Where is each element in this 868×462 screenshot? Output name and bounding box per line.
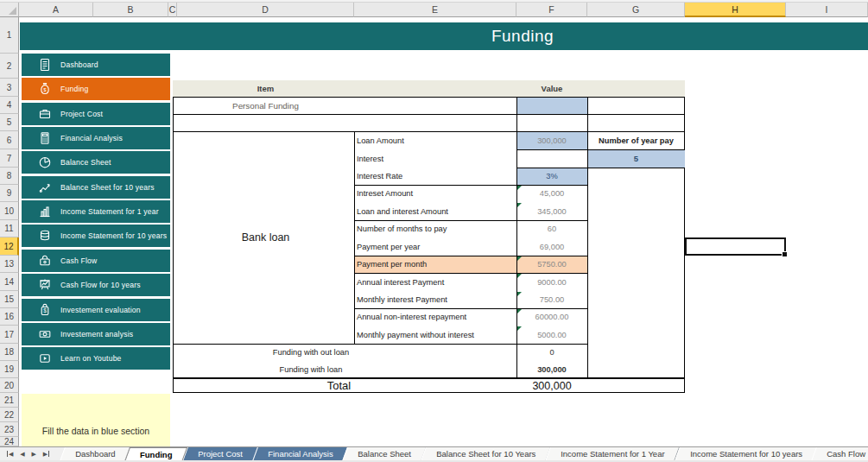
cell-payment-per-month-label[interactable]: Payment per month [357,256,514,273]
row-header-4[interactable]: 4 [0,97,19,114]
cell-total-value[interactable]: 300,000 [516,378,587,393]
cell-monthly-interest-payment-value[interactable]: 750.00 [516,291,587,308]
sidebar-item-funding[interactable]: $Funding [22,78,170,100]
cell-intreset-amount-value[interactable]: 45,000 [516,185,587,202]
row-header-5[interactable]: 5 [0,114,19,131]
cell-number-of-year-pay-label[interactable]: Number of year pay [587,131,685,149]
column-header-F[interactable]: F [516,3,587,17]
sidebar-item-investement-analysis[interactable]: Investement analysis [22,323,170,345]
cell-loan-amount-value[interactable]: 300,000 [516,131,587,149]
cell-personal-funding-label[interactable]: Personal Funding [177,97,354,114]
sheet-tab-funding[interactable]: Funding [124,447,188,460]
sidebar-item-project-cost[interactable]: Project Cost [22,103,170,125]
column-header-C[interactable]: C [168,3,177,17]
sidebar-item-cash-flow[interactable]: Cash Flow [22,250,170,272]
cell-loan-and-interest-amount-label[interactable]: Loan and interest Amount [357,202,514,220]
column-header-H[interactable]: H [685,3,786,17]
cell-payment-per-year-value[interactable]: 69,000 [516,237,587,256]
cell-funding-with-loan-value[interactable]: 300,000 [516,361,587,378]
row-header-23[interactable]: 23 [0,422,19,437]
column-header-G[interactable]: G [587,3,685,17]
sidebar-item-income-statement-for-10-years[interactable]: Income Statement for 10 years [22,225,170,247]
row-header-16[interactable]: 16 [0,308,19,326]
row-header-18[interactable]: 18 [0,344,19,361]
sidebar-item-financial-analysis[interactable]: Financial Analysis [22,127,170,149]
sheet-tab-project-cost[interactable]: Project Cost [182,447,258,460]
sheet-tab-income-statement-for-1-year[interactable]: Income Statement for 1 Year [545,447,680,460]
row-header-3[interactable]: 3 [0,79,19,97]
sheet-tab-income-statement-for-10-years[interactable]: Income Statement for 10 years [675,447,818,460]
cell-annual-interest-payment-value[interactable]: 9000.00 [516,273,587,291]
cell-monthly-payment-without-interest-label[interactable]: Monthly payment without interest [357,326,514,344]
row-header-12[interactable]: 12 [0,237,19,256]
row-header-9[interactable]: 9 [0,185,19,202]
row-header-8[interactable]: 8 [0,168,19,185]
sidebar-item-investement-evaluation[interactable]: $Investement evaluation [22,299,170,321]
row-header-2[interactable]: 2 [0,54,19,79]
sheet-tab-dashboard[interactable]: Dashboard [60,447,130,460]
sidebar-item-income-statement-for-1-year[interactable]: Income Statement for 1 year [22,200,170,223]
row-header-6[interactable]: 6 [0,131,19,149]
row-header-14[interactable]: 14 [0,273,19,291]
row-header-10[interactable]: 10 [0,202,19,220]
row-header-7[interactable]: 7 [0,149,19,168]
sheet-tab-balance-sheet[interactable]: Balance Sheet [342,447,427,460]
sidebar-item-balance-sheet[interactable]: Balance Sheet [22,151,170,174]
sheet-tab-label: Dashboard [75,447,115,460]
row-header-17[interactable]: 17 [0,326,19,344]
row-header-11[interactable]: 11 [0,220,19,237]
cell-bank-loan-label[interactable]: Bank loan [177,131,354,344]
cell-funding-with-out-loan-value[interactable]: 0 [516,344,587,361]
row-header-13[interactable]: 13 [0,256,19,273]
row-header-24[interactable]: 24 [0,437,19,446]
previous-sheet-button[interactable]: ◀ [20,451,24,457]
row-header-15[interactable]: 15 [0,291,19,308]
cell-loan-amount-label[interactable]: Loan Amount [357,131,514,149]
sheet-tab-cash-flow[interactable]: Cash Flow [812,447,868,460]
column-header-B[interactable]: B [93,3,168,17]
sidebar-item-cash-flow-for-10-years[interactable]: Cash Flow for 10 years [22,274,170,296]
cell-number-of-months-to-pay-value[interactable]: 60 [516,220,587,237]
row-header-1[interactable]: 1 [0,17,19,54]
next-sheet-button[interactable]: ▶ [31,451,35,457]
cell-annual-non-interest-repayment-value[interactable]: 60000.00 [516,308,587,326]
first-sheet-button[interactable]: ◀ [7,451,13,457]
cell-payment-per-year-label[interactable]: Payment per year [357,237,514,256]
cell-interest-value[interactable] [516,149,587,168]
row-header-22[interactable]: 22 [0,408,19,422]
column-header-I[interactable]: I [786,3,868,17]
sidebar-item-dashboard[interactable]: Dashboard [22,54,170,76]
sheet-tab-balance-sheet-for-10-years[interactable]: Balance Sheet for 10 Years [421,447,551,460]
fill-handle[interactable] [782,251,788,257]
select-all-corner[interactable] [0,3,19,17]
cell-loan-and-interest-amount-value[interactable]: 345,000 [516,202,587,220]
cell-annual-interest-payment-label[interactable]: Annual interest Payment [357,273,514,291]
cell-funding-with-loan-label[interactable]: Funding with loan [177,361,445,378]
cell-total-label[interactable]: Total [177,378,501,393]
cell-intreset-amount-label[interactable]: Intreset Amount [357,185,514,202]
cell-monthly-interest-payment-label[interactable]: Monthly interest Payment [357,291,514,308]
cell-annual-non-interest-repayment-label[interactable]: Annual non-interest repayment [357,308,514,326]
sidebar-item-balance-sheet-for-10-years[interactable]: Balance Sheet for 10 years [22,176,170,199]
column-title-value[interactable]: Value [516,80,587,97]
cell-interest-rate-value[interactable]: 3% [516,168,587,185]
cell-number-of-months-to-pay-label[interactable]: Number of months to pay [357,220,514,237]
cell-personal-funding-value[interactable] [516,97,587,114]
cell-payment-per-month-value[interactable]: 5750.00 [516,256,587,273]
cell-funding-with-out-loan-label[interactable]: Funding with out loan [177,344,445,361]
cell-interest-label[interactable]: Interest [357,149,514,168]
column-header-D[interactable]: D [177,3,354,17]
sheet-tab-financial-analysis[interactable]: Financial Analysis [252,447,348,460]
sidebar-item-learn-on-youtube[interactable]: Learn on Youtube [22,347,170,370]
cell-interest-rate-label[interactable]: Interest Rate [357,168,514,185]
column-header-A[interactable]: A [19,3,93,17]
row-header-20[interactable]: 20 [0,378,19,393]
row-header-21[interactable]: 21 [0,393,19,408]
column-title-item[interactable]: Item [177,80,354,97]
row-header-19[interactable]: 19 [0,361,19,378]
last-sheet-button[interactable]: ▶ [43,451,49,457]
cell-number-of-year-pay-value[interactable]: 5 [587,149,685,168]
column-header-E[interactable]: E [354,3,516,17]
cell-monthly-payment-without-interest-value[interactable]: 5000.00 [516,326,587,344]
selected-cell[interactable] [685,237,786,256]
